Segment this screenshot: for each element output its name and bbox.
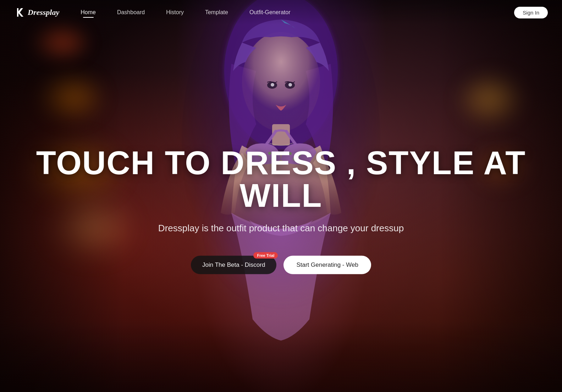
hero-title: TOUCH TO DRESS , STYLE AT WILL: [35, 146, 527, 211]
nav-links: Home Dashboard History Template Outfit-G…: [81, 9, 514, 16]
nav-link-history[interactable]: History: [166, 9, 184, 16]
discord-button-label: Join The Beta - Discord: [202, 261, 265, 269]
cta-buttons: Free Trial Join The Beta - Discord Start…: [35, 256, 527, 274]
logo-icon: [14, 7, 26, 18]
svg-point-12: [271, 83, 274, 87]
brand-logo[interactable]: Dressplay: [14, 7, 59, 18]
hero-subtitle: Dressplay is the outfit product that can…: [35, 221, 527, 234]
nav-link-template[interactable]: Template: [205, 9, 228, 16]
nav-link-dashboard[interactable]: Dashboard: [117, 9, 145, 16]
navbar: Dressplay Home Dashboard History Templat…: [0, 0, 562, 25]
svg-point-2: [242, 32, 320, 131]
hero-content: TOUCH TO DRESS , STYLE AT WILL Dressplay…: [0, 146, 562, 274]
svg-point-13: [288, 83, 292, 87]
nav-link-home[interactable]: Home: [81, 9, 96, 16]
brand-name: Dressplay: [28, 8, 59, 17]
start-generating-button[interactable]: Start Generating - Web: [283, 256, 371, 274]
signin-button[interactable]: Sign In: [514, 7, 548, 18]
discord-button[interactable]: Free Trial Join The Beta - Discord: [191, 256, 276, 274]
free-trial-badge: Free Trial: [253, 252, 278, 259]
hero-section: Dressplay Home Dashboard History Templat…: [0, 0, 562, 392]
nav-link-outfit-generator[interactable]: Outfit-Generator: [249, 9, 291, 16]
